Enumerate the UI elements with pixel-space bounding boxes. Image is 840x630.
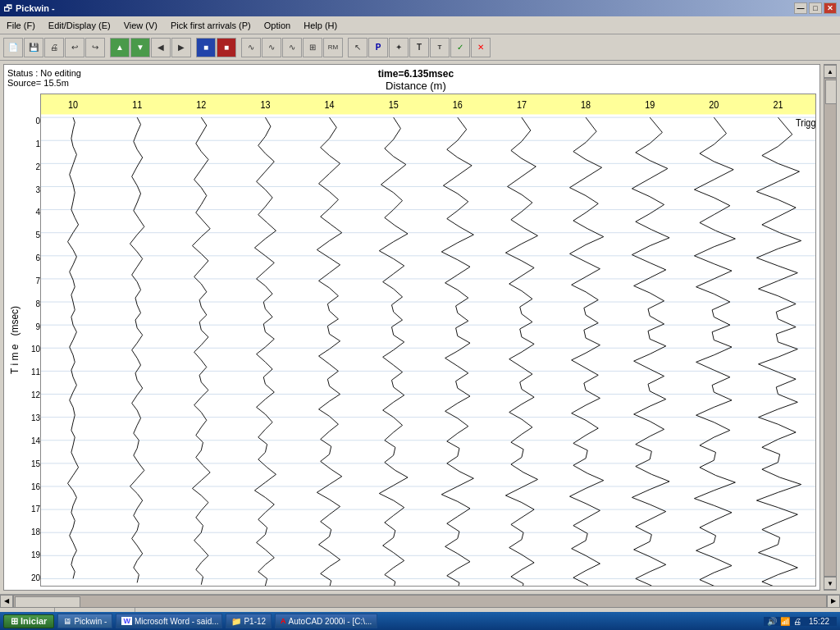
svg-text:12: 12 [196,100,206,111]
y-tick-6: 6 [22,253,40,262]
tb-new[interactable]: 📄 [3,38,23,57]
title-bar: 🗗 Pickwin - — □ ✕ [0,0,840,16]
y-tick-19: 19 [22,550,40,559]
svg-text:14: 14 [325,100,336,111]
tb-blue-square[interactable]: ■ [196,38,216,57]
y-tick-17: 17 [22,504,40,514]
pickwin-icon: 🖥 [63,617,71,626]
y-axis-label: T i m e (msec) [7,94,22,587]
p112-label: P1-12 [244,617,266,626]
tb-cursor[interactable]: ↖ [348,38,368,57]
taskbar-left: ⊞ Iniciar 🖥 Pickwin - W Microsoft Word -… [3,614,377,628]
svg-text:10: 10 [68,100,78,111]
y-tick-16: 16 [22,482,40,491]
tb-cancel[interactable]: ✕ [471,38,491,57]
tb-pick-p[interactable]: P [368,38,388,57]
scroll-thumb[interactable] [825,80,837,104]
tb-red-square[interactable]: ■ [217,38,236,57]
scroll-track[interactable] [824,78,837,577]
window-title: Pickwin - [16,3,55,13]
word-label: Microsoft Word - said... [135,617,219,626]
y-tick-20: 20 [22,573,40,582]
y-tick-7: 7 [22,276,40,285]
horizontal-scrollbar: ◀ ▶ [0,594,840,607]
y-tick-2: 2 [22,162,40,171]
y-tick-4: 4 [22,208,40,217]
windows-icon: ⊞ [11,616,18,627]
tb-left[interactable]: ◀ [151,38,171,57]
autocad-label: AutoCAD 2000i - [C:\... [289,617,372,626]
scroll-left-arrow[interactable]: ◀ [0,595,13,608]
close-button[interactable]: ✕ [824,2,837,14]
tb-print[interactable]: 🖨 [44,38,64,57]
h-scroll-track[interactable] [13,595,827,608]
y-tick-8: 8 [22,299,40,308]
taskbar-pickwin[interactable]: 🖥 Pickwin - [57,614,112,628]
tb-text-t[interactable]: T [409,38,429,57]
taskbar-tray: 🔊 📶 🖨 15:22 [764,617,837,626]
chart-area[interactable]: 10 11 12 13 14 15 16 17 18 19 20 21 Trig… [40,94,816,587]
tb-text-t2[interactable]: T [430,38,450,57]
svg-text:13: 13 [260,100,270,111]
word-icon: W [121,617,132,625]
tb-check[interactable]: ✓ [450,38,470,57]
menu-edit-display[interactable]: Edit/Display (E) [42,16,117,34]
plot-content: T i m e (msec) 0 1 2 3 4 5 6 7 8 9 10 11… [7,94,816,587]
time-display: time=6.135msec [81,68,751,80]
menu-help[interactable]: Help (H) [297,16,344,34]
tb-redo[interactable]: ↪ [85,38,105,57]
folder-icon: 📁 [231,617,241,626]
axis-title: Distance (m) [81,80,751,92]
scroll-right-arrow[interactable]: ▶ [827,595,840,608]
tb-rm[interactable]: RM [323,38,343,57]
start-button[interactable]: ⊞ Iniciar [3,614,54,628]
taskbar: ⊞ Iniciar 🖥 Pickwin - W Microsoft Word -… [0,612,840,630]
autocad-icon: A [281,617,286,625]
svg-text:16: 16 [453,100,463,111]
menu-pick-first-arrivals[interactable]: Pick first arrivals (P) [164,16,258,34]
menu-option[interactable]: Option [258,16,297,34]
scroll-down-arrow[interactable]: ▼ [824,577,837,590]
tb-pick-star[interactable]: ✦ [389,38,409,57]
h-scroll-thumb[interactable] [15,596,80,608]
menu-file[interactable]: File (F) [0,16,42,34]
taskbar-word[interactable]: W Microsoft Word - said... [116,614,222,628]
svg-text:15: 15 [389,100,399,111]
y-tick-3: 3 [22,185,40,194]
menu-view[interactable]: View (V) [117,16,164,34]
start-label: Iniciar [21,616,47,626]
y-tick-14: 14 [22,436,40,445]
y-tick-11: 11 [22,368,40,377]
title-bar-left: 🗗 Pickwin - [3,3,55,13]
tb-wave3[interactable]: ∿ [282,38,302,57]
y-tick-13: 13 [22,413,40,422]
svg-text:20: 20 [709,100,719,111]
svg-text:21: 21 [773,100,783,111]
tb-up-green[interactable]: ▲ [110,38,130,57]
maximize-button[interactable]: □ [809,2,822,14]
y-axis-ticks: 0 1 2 3 4 5 6 7 8 9 10 11 12 13 14 15 16… [22,94,40,587]
tb-save[interactable]: 💾 [24,38,43,57]
main-area: Status : No editing Source= 15.5m time=6… [0,61,840,594]
taskbar-p112[interactable]: 📁 P1-12 [226,614,272,628]
minimize-button[interactable]: — [794,2,807,14]
y-tick-18: 18 [22,527,40,536]
taskbar-autocad[interactable]: A AutoCAD 2000i - [C:\... [275,614,377,628]
tb-undo[interactable]: ↩ [65,38,84,57]
tb-wave2[interactable]: ∿ [262,38,281,57]
seismic-chart: 10 11 12 13 14 15 16 17 18 19 20 21 Trig… [41,94,815,586]
y-tick-5: 5 [22,231,40,240]
tb-wave1[interactable]: ∿ [241,38,261,57]
svg-rect-0 [41,94,815,586]
tray-clock: 15:22 [805,617,833,626]
svg-text:19: 19 [645,100,655,111]
tb-grid[interactable]: ⊞ [303,38,322,57]
tb-right[interactable]: ▶ [171,38,191,57]
tray-icon-1: 🔊 [767,617,777,626]
app-icon: 🗗 [3,3,12,13]
scroll-up-arrow[interactable]: ▲ [824,65,837,78]
tb-down-green[interactable]: ▼ [130,38,150,57]
plot-container: Status : No editing Source= 15.5m time=6… [3,64,820,591]
y-tick-0: 0 [22,116,40,126]
y-tick-9: 9 [22,322,40,331]
